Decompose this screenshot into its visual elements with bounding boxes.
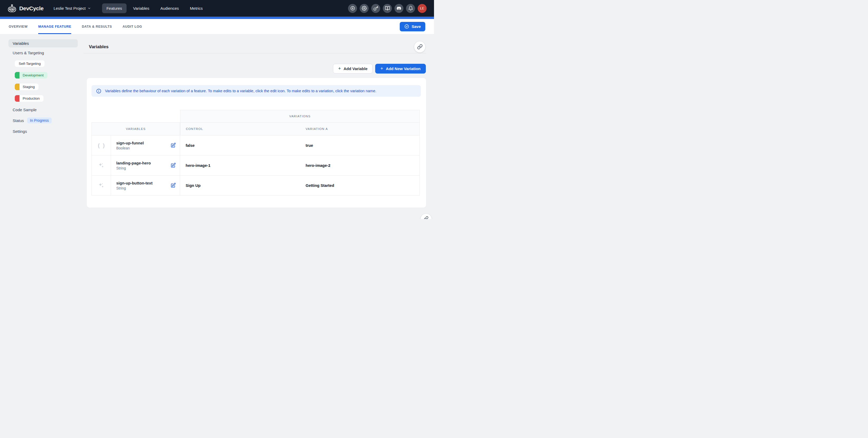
env-label: Production bbox=[20, 97, 43, 100]
key-icon bbox=[373, 6, 378, 11]
env-label: Staging bbox=[20, 85, 38, 89]
add-variable-button[interactable]: + Add Variable bbox=[333, 64, 372, 73]
sidebar-item-settings[interactable]: Settings bbox=[8, 126, 83, 136]
sidebar-item-users-targeting[interactable]: Users & Targeting bbox=[8, 47, 83, 58]
devcycle-logo[interactable]: DevCycle bbox=[7, 4, 43, 13]
user-avatar[interactable]: LE bbox=[417, 4, 427, 13]
env-pill-self-targeting[interactable]: Self-Targeting bbox=[15, 60, 44, 67]
edit-variable-button[interactable] bbox=[170, 162, 176, 169]
chevron-down-icon bbox=[88, 7, 91, 10]
variable-name: sign-up-button-text bbox=[116, 181, 152, 185]
add-new-variation-label: Add New Variation bbox=[386, 66, 421, 71]
env-pill-staging[interactable]: Staging bbox=[15, 83, 38, 90]
top-nav-actions: LE bbox=[348, 4, 427, 13]
project-selector[interactable]: Leslie Test Project bbox=[54, 6, 91, 10]
variable-name-cell: sign-up-funnel Boolean bbox=[111, 135, 180, 156]
control-value-cell: false bbox=[180, 135, 306, 156]
plus-icon: + bbox=[380, 66, 383, 71]
status-label: Status bbox=[13, 118, 24, 123]
sidebar-item-code-sample[interactable]: Code Sample bbox=[8, 104, 83, 115]
content-area: Variables Users & Targeting Self-Targeti… bbox=[0, 34, 434, 219]
link-icon bbox=[417, 44, 423, 49]
project-selector-label: Leslie Test Project bbox=[54, 6, 86, 10]
column-header-variation-a[interactable]: VARIATION A bbox=[306, 122, 420, 135]
add-variable-label: Add Variable bbox=[344, 66, 368, 71]
sidebar-item-variables[interactable]: Variables bbox=[8, 39, 78, 47]
info-icon bbox=[96, 88, 101, 94]
variable-type-cell bbox=[92, 156, 111, 175]
variable-type: String bbox=[116, 166, 151, 170]
add-new-variation-button[interactable]: + Add New Variation bbox=[375, 64, 426, 73]
env-label: Development bbox=[20, 73, 48, 77]
brand-wordmark: DevCycle bbox=[19, 5, 43, 11]
nav-item-variables[interactable]: Variables bbox=[129, 3, 154, 13]
variable-name: landing-page-hero bbox=[116, 161, 151, 165]
settings-button[interactable] bbox=[360, 4, 369, 13]
top-nav-bar: DevCycle Leslie Test Project Features Va… bbox=[0, 0, 434, 16]
env-pill-production[interactable]: Production bbox=[15, 95, 43, 102]
tab-manage-feature[interactable]: MANAGE FEATURE bbox=[38, 19, 71, 34]
info-banner-text: Variables define the behaviour of each v… bbox=[105, 89, 376, 93]
tab-audit-log[interactable]: AUDIT LOG bbox=[123, 19, 142, 34]
progress-strip bbox=[0, 16, 434, 19]
control-value-cell: hero-image-1 bbox=[180, 156, 306, 175]
discord-icon bbox=[396, 6, 402, 11]
gear-icon bbox=[362, 6, 367, 11]
tab-overview[interactable]: OVERVIEW bbox=[9, 19, 28, 34]
env-color-chip-staging bbox=[15, 83, 20, 90]
variables-card: Variables define the behaviour of each v… bbox=[87, 78, 426, 208]
copy-link-button[interactable] bbox=[414, 41, 425, 53]
save-button-wrap: Save bbox=[400, 19, 425, 34]
string-sparkles-icon bbox=[98, 162, 105, 169]
api-keys-button[interactable] bbox=[371, 4, 380, 13]
variable-type: Boolean bbox=[116, 146, 144, 150]
env-label: Self-Targeting bbox=[15, 62, 44, 66]
variable-type: String bbox=[116, 186, 152, 190]
notifications-button[interactable] bbox=[406, 4, 415, 13]
feature-tabs-bar: OVERVIEW MANAGE FEATURE DATA & RESULTS A… bbox=[0, 19, 434, 34]
table-actions: + Add Variable + Add New Variation bbox=[83, 64, 426, 73]
save-button[interactable]: Save bbox=[400, 22, 425, 31]
column-header-variables: VARIABLES bbox=[92, 122, 180, 135]
nav-item-audiences[interactable]: Audiences bbox=[156, 3, 183, 13]
save-button-label: Save bbox=[411, 24, 421, 29]
variable-type-cell: ( ) bbox=[92, 135, 111, 156]
table-header-spacer bbox=[92, 110, 180, 122]
boolean-parentheses-icon: ( ) bbox=[97, 142, 105, 148]
column-header-control[interactable]: CONTROL bbox=[180, 122, 306, 135]
docs-button[interactable] bbox=[383, 4, 392, 13]
page-title: Variables bbox=[89, 44, 108, 49]
devcycle-robot-icon bbox=[7, 4, 17, 13]
string-sparkles-icon bbox=[98, 182, 105, 189]
environment-list: Self-Targeting Development Staging Produ… bbox=[8, 58, 83, 104]
plus-icon: + bbox=[338, 66, 341, 71]
nav-item-metrics[interactable]: Metrics bbox=[185, 3, 207, 13]
variation-a-value-cell: hero-image-2 bbox=[306, 156, 420, 175]
status-badge[interactable]: In Progress bbox=[27, 117, 52, 123]
section-header: Variables bbox=[83, 34, 426, 53]
variable-name-cell: landing-page-hero String bbox=[111, 156, 180, 175]
info-banner: Variables define the behaviour of each v… bbox=[92, 85, 421, 97]
feature-sidebar: Variables Users & Targeting Self-Targeti… bbox=[0, 34, 83, 219]
discord-button[interactable] bbox=[395, 4, 403, 13]
env-color-chip-production bbox=[15, 95, 20, 102]
variables-table: VARIATIONS VARIABLES CONTROL VARIATION A… bbox=[92, 110, 420, 196]
tab-data-results[interactable]: DATA & RESULTS bbox=[82, 19, 112, 34]
variation-a-value-cell: Getting Started bbox=[306, 175, 420, 196]
add-circle-button[interactable] bbox=[348, 4, 357, 13]
variable-type-cell bbox=[92, 175, 111, 196]
control-value-cell: Sign Up bbox=[180, 175, 306, 196]
variations-group-header: VARIATIONS bbox=[180, 110, 420, 122]
primary-nav: Features Variables Audiences Metrics bbox=[102, 3, 207, 13]
bell-icon bbox=[408, 6, 413, 11]
env-pill-development[interactable]: Development bbox=[15, 72, 48, 78]
edit-variable-button[interactable] bbox=[170, 182, 176, 189]
variable-name: sign-up-funnel bbox=[116, 141, 144, 145]
nav-item-features[interactable]: Features bbox=[102, 3, 127, 13]
main-panel: Variables + Add Variable + Add New Varia… bbox=[83, 34, 426, 219]
add-circle-icon bbox=[350, 6, 355, 11]
book-icon bbox=[385, 6, 390, 11]
edit-variable-button[interactable] bbox=[170, 142, 176, 148]
sidebar-status-row: Status In Progress bbox=[8, 115, 83, 126]
link-icon bbox=[424, 216, 429, 219]
